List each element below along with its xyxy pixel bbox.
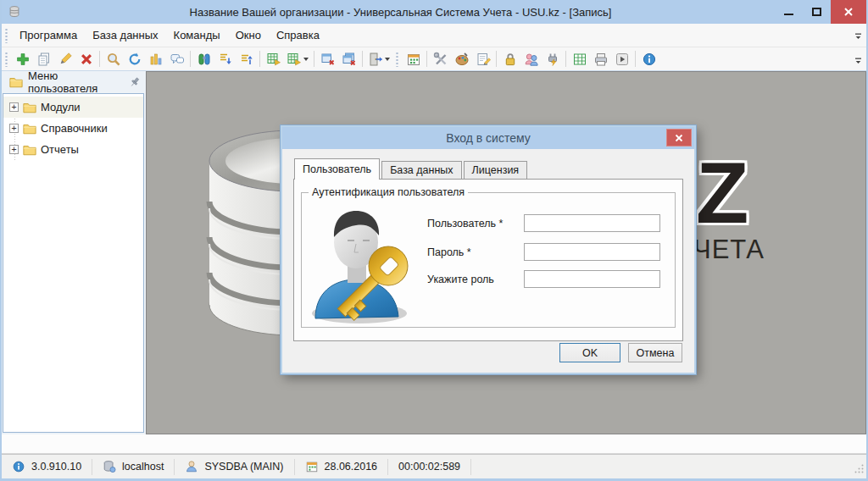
- bottom-panel: [2, 434, 866, 454]
- delete-icon: [79, 52, 94, 67]
- workspace: Z ЧЕТА Вход в систему Пользователь База …: [146, 71, 866, 434]
- close-all-windows-icon: [342, 52, 357, 67]
- tree-item-modules[interactable]: Модули: [3, 97, 143, 118]
- user-icon: [185, 460, 198, 473]
- username-input[interactable]: [524, 214, 660, 232]
- close-all-windows-button[interactable]: [338, 49, 359, 69]
- binoculars-button[interactable]: [193, 49, 214, 69]
- version-value: 3.0.910.10: [31, 461, 81, 473]
- close-window-icon: [320, 52, 336, 67]
- form-editor-button[interactable]: [472, 49, 493, 69]
- expand-plus-icon[interactable]: [9, 102, 19, 112]
- users-button[interactable]: [520, 49, 542, 69]
- window-controls: [775, 0, 866, 24]
- comments-button[interactable]: [166, 49, 187, 69]
- add-icon: [15, 52, 31, 67]
- tab-license[interactable]: Лицензия: [464, 161, 528, 179]
- exit-icon: [368, 52, 383, 67]
- table-icon: [572, 52, 587, 67]
- toolbar-separator: [426, 51, 427, 67]
- table-button[interactable]: [569, 49, 590, 69]
- close-icon: [843, 7, 854, 17]
- password-input[interactable]: [524, 243, 660, 261]
- resize-grip-icon: [854, 464, 864, 473]
- minimize-button[interactable]: [775, 0, 802, 24]
- run-button[interactable]: [611, 49, 632, 69]
- titlebar: Название Вашей организации - Универсальн…: [2, 0, 866, 24]
- app-database-icon[interactable]: [8, 5, 21, 19]
- collapse-all-button[interactable]: [236, 49, 257, 69]
- login-dialog-close-button[interactable]: [666, 129, 692, 147]
- power-icon: [545, 52, 560, 67]
- cancel-button[interactable]: Отмена: [628, 343, 682, 362]
- menu-help[interactable]: Справка: [269, 25, 327, 46]
- toolbar-grip-1[interactable]: [5, 52, 8, 67]
- menubar-overflow-button[interactable]: [852, 30, 864, 41]
- tab-database[interactable]: База данных: [381, 161, 461, 179]
- info-button[interactable]: [638, 49, 659, 69]
- toolbar-separator: [259, 51, 260, 67]
- close-window-button[interactable]: [317, 49, 338, 69]
- toolbar-grip-2[interactable]: [396, 52, 398, 67]
- login-dialog-titlebar[interactable]: Вход в систему: [282, 127, 694, 149]
- resize-grip[interactable]: [854, 464, 864, 476]
- export-excel-menu-button[interactable]: [284, 49, 311, 69]
- columns-button[interactable]: [145, 49, 166, 69]
- add-button[interactable]: [12, 49, 33, 69]
- tree-item-directories[interactable]: Справочники: [3, 118, 143, 139]
- export-excel-button[interactable]: [263, 49, 284, 69]
- login-dialog: Вход в систему Пользователь База данных …: [281, 125, 696, 374]
- toolbar-separator: [362, 51, 363, 67]
- folder-icon: [23, 123, 36, 135]
- menu-database[interactable]: База данных: [85, 25, 165, 46]
- folder-icon: [23, 102, 36, 113]
- statusbar-date: 28.06.2016: [295, 460, 388, 473]
- print-button[interactable]: [590, 49, 611, 69]
- menu-commands[interactable]: Команды: [166, 25, 228, 46]
- menu-program[interactable]: Программа: [12, 25, 85, 46]
- tree-item-reports[interactable]: Отчеты: [3, 139, 143, 160]
- toolbar-overflow-button[interactable]: [852, 54, 864, 66]
- lock-icon: [503, 52, 518, 67]
- close-button[interactable]: [831, 0, 866, 24]
- maximize-button[interactable]: [802, 0, 831, 24]
- sidebar-header: Меню пользователя: [3, 71, 144, 93]
- dialog-buttons: OK Отмена: [559, 343, 682, 362]
- expand-plus-icon[interactable]: [9, 124, 19, 133]
- copy-button[interactable]: [33, 49, 54, 69]
- palette-button[interactable]: [451, 49, 472, 69]
- edit-button[interactable]: [54, 49, 75, 69]
- exit-menu-button[interactable]: [365, 49, 392, 69]
- menubar-grip[interactable]: [5, 28, 8, 43]
- delete-button[interactable]: [75, 49, 97, 69]
- expand-plus-icon[interactable]: [9, 145, 19, 154]
- form-editor-icon: [476, 52, 491, 67]
- refresh-button[interactable]: [124, 49, 145, 69]
- expand-all-icon: [218, 52, 233, 67]
- sidebar: Меню пользователя Модули: [2, 71, 146, 434]
- login-tabs: Пользователь База данных Лицензия: [294, 158, 683, 179]
- run-icon: [615, 52, 630, 67]
- toolbar-separator: [496, 51, 497, 67]
- ok-button[interactable]: OK: [559, 343, 620, 362]
- pin-icon[interactable]: [129, 76, 141, 88]
- tools-button[interactable]: [430, 49, 451, 69]
- authentication-groupbox-title: Аутентификация пользователя: [309, 186, 468, 198]
- copy-icon: [36, 52, 52, 67]
- window-title: Название Вашей организации - Универсальн…: [26, 6, 775, 19]
- menubar: Программа База данных Команды Окно Справ…: [2, 24, 866, 47]
- search-button[interactable]: [103, 49, 124, 69]
- tab-user[interactable]: Пользователь: [294, 158, 380, 180]
- menu-window[interactable]: Окно: [228, 25, 269, 46]
- sidebar-title: Меню пользователя: [28, 69, 124, 95]
- toolbar-separator: [635, 51, 636, 67]
- power-button[interactable]: [542, 49, 563, 69]
- export-excel-menu-icon: [287, 52, 302, 67]
- role-input[interactable]: [524, 270, 660, 288]
- calendar-icon: [305, 460, 319, 473]
- lock-button[interactable]: [499, 49, 520, 69]
- users-icon: [524, 52, 539, 67]
- expand-all-button[interactable]: [214, 49, 236, 69]
- close-icon: [675, 134, 683, 142]
- calendar-button[interactable]: [403, 49, 424, 69]
